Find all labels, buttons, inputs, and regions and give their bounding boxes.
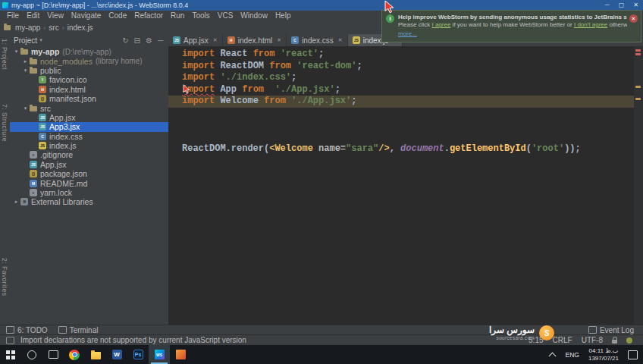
menu-item-run[interactable]: Run [167, 11, 188, 21]
tree-item[interactable]: index.js [10, 141, 168, 150]
tree-item[interactable]: ▾src [10, 103, 168, 112]
agree-link[interactable]: I agree [431, 21, 450, 28]
code-line[interactable] [168, 131, 634, 143]
terminal-button[interactable]: Terminal [58, 326, 99, 334]
breadcrumb-item[interactable]: my-app [14, 24, 42, 32]
taskbar-explorer-button[interactable] [85, 345, 106, 364]
taskbar-task-view-button[interactable] [42, 345, 64, 364]
menu-item-window[interactable]: Window [237, 11, 271, 21]
todo-button[interactable]: 6: TODO [6, 326, 48, 334]
tree-item[interactable]: package.json [10, 169, 168, 178]
close-button[interactable]: ✕ [629, 0, 643, 11]
stripe-mark[interactable] [635, 98, 641, 100]
event-log-button[interactable]: Event Log [588, 326, 634, 334]
lock-icon[interactable] [612, 340, 617, 344]
code-token: import [182, 49, 215, 59]
code-line[interactable] [168, 108, 634, 120]
breadcrumb-item[interactable]: src [47, 24, 60, 32]
taskbar-red-app-button[interactable] [170, 345, 191, 364]
tree-expanded-arrow-icon[interactable]: ▾ [21, 67, 30, 74]
maximize-button[interactable]: ▢ [614, 0, 629, 11]
clock[interactable]: 04:11 ب.ظ 1397/07/21 [585, 345, 623, 364]
tree-expanded-arrow-icon[interactable]: ▾ [21, 105, 30, 111]
tree-item[interactable]: manifest.json [10, 94, 168, 103]
tree-item[interactable]: index.css [10, 132, 168, 141]
tab-close-icon[interactable]: ✕ [213, 37, 218, 43]
hide-panel-icon[interactable]: ─ [158, 36, 163, 45]
tree-item[interactable]: favicon.ico [10, 75, 168, 84]
code-line[interactable]: import React from 'react'; [168, 49, 634, 61]
menu-item-refactor[interactable]: Refactor [130, 11, 167, 21]
stripe-mark[interactable] [635, 86, 641, 88]
settings-gear-icon[interactable]: ⚙ [146, 36, 152, 45]
menu-item-view[interactable]: View [43, 11, 67, 21]
refresh-icon[interactable]: ↻ [122, 36, 128, 45]
tab-index-css[interactable]: index.css✕ [287, 34, 348, 46]
tab-index-html[interactable]: index.html✕ [223, 34, 287, 46]
stripe-mark[interactable] [635, 53, 641, 55]
tool-button-favorites[interactable]: 2: Favorites [1, 258, 8, 296]
tree-item[interactable]: ▸node_modules (library home) [10, 56, 168, 65]
action-center-button[interactable] [623, 345, 643, 364]
tab-close-icon[interactable]: ✕ [277, 37, 281, 43]
tool-window-switcher-icon[interactable] [6, 337, 14, 344]
language-indicator[interactable]: ENG [560, 345, 585, 364]
tree-item[interactable]: App3.jsx [10, 122, 168, 131]
line-separator-widget[interactable]: CRLF [553, 336, 572, 344]
tree-collapsed-arrow-icon[interactable]: ▸ [21, 58, 30, 64]
code-token: './index.css' [220, 72, 291, 83]
highlighting-level-icon[interactable] [626, 337, 632, 344]
tray-chevron-button[interactable] [544, 345, 560, 364]
more-link[interactable]: more... [398, 30, 417, 37]
tree-item[interactable]: App.jsx [10, 113, 168, 122]
project-file-icon [20, 48, 28, 55]
code-line[interactable]: import ReactDOM from 'react-dom'; [168, 61, 634, 73]
encoding-widget[interactable]: UTF-8 [582, 336, 603, 344]
chevron-down-icon[interactable] [39, 37, 42, 43]
taskbar-chrome-button[interactable] [64, 345, 85, 364]
menu-item-help[interactable]: Help [271, 11, 295, 21]
notification-close-icon[interactable] [629, 14, 638, 23]
tool-button-structure[interactable]: 7: Structure [1, 104, 8, 142]
menu-item-navigate[interactable]: Navigate [67, 11, 105, 21]
taskbar-start-button[interactable] [0, 345, 21, 364]
editor[interactable]: import React from 'react';import ReactDO… [168, 46, 634, 327]
code-line[interactable] [168, 120, 634, 132]
tree-item[interactable]: .gitignore [10, 150, 168, 159]
menu-item-tools[interactable]: Tools [188, 11, 213, 21]
tree-expanded-arrow-icon[interactable]: ▾ [12, 49, 20, 55]
menu-item-vcs[interactable]: VCS [214, 11, 237, 21]
error-stripe[interactable] [634, 46, 643, 325]
menu-item-edit[interactable]: Edit [23, 11, 43, 21]
notification-banner: Help improve WebStorm by sending anonymo… [381, 10, 641, 42]
tree-item[interactable]: App.jsx [10, 160, 168, 169]
disagree-link[interactable]: I don't agree [574, 21, 607, 28]
tree-item[interactable]: index.html [10, 85, 168, 94]
breadcrumb-item[interactable]: index.js [66, 24, 95, 32]
code-line[interactable]: import Welcome from './App.jsx'; [168, 96, 634, 108]
taskbar-photoshop-button[interactable] [127, 345, 149, 364]
menu-item-code[interactable]: Code [105, 11, 130, 21]
tree-collapsed-arrow-icon[interactable]: ▸ [12, 199, 20, 205]
taskbar-search-button[interactable] [21, 345, 42, 364]
tree-item[interactable]: ▾public [10, 66, 168, 75]
taskbar-webstorm-button[interactable] [149, 345, 170, 364]
code-line[interactable]: import App from './App.jsx'; [168, 84, 634, 96]
tree-item[interactable]: ▸External Libraries [10, 197, 168, 206]
minimize-button[interactable]: ─ [600, 0, 614, 11]
tree-item[interactable]: ▾my-app (D:\re\my-app) [10, 47, 168, 56]
taskbar-word-button[interactable] [106, 345, 127, 364]
project-panel: Project ↻⊟⚙─ ▾my-app (D:\re\my-app)▸node… [10, 34, 169, 325]
code-line[interactable]: import './index.css'; [168, 72, 634, 84]
tree-item[interactable]: yarn.lock [10, 188, 168, 197]
code-line[interactable]: ReactDOM.render(<Welcome name="sara"/>, … [168, 143, 634, 155]
tree-item[interactable]: README.md [10, 178, 168, 187]
project-panel-title[interactable]: Project [14, 36, 37, 45]
tree-item-label: App.jsx [49, 113, 75, 122]
collapse-all-icon[interactable]: ⊟ [134, 36, 140, 45]
stripe-mark[interactable] [635, 49, 641, 52]
menu-item-file[interactable]: File [3, 11, 23, 21]
tab-App-jsx[interactable]: App.jsx✕ [168, 34, 223, 46]
tool-button-project[interactable]: 1: Project [1, 39, 8, 70]
tab-close-icon[interactable]: ✕ [338, 37, 343, 43]
